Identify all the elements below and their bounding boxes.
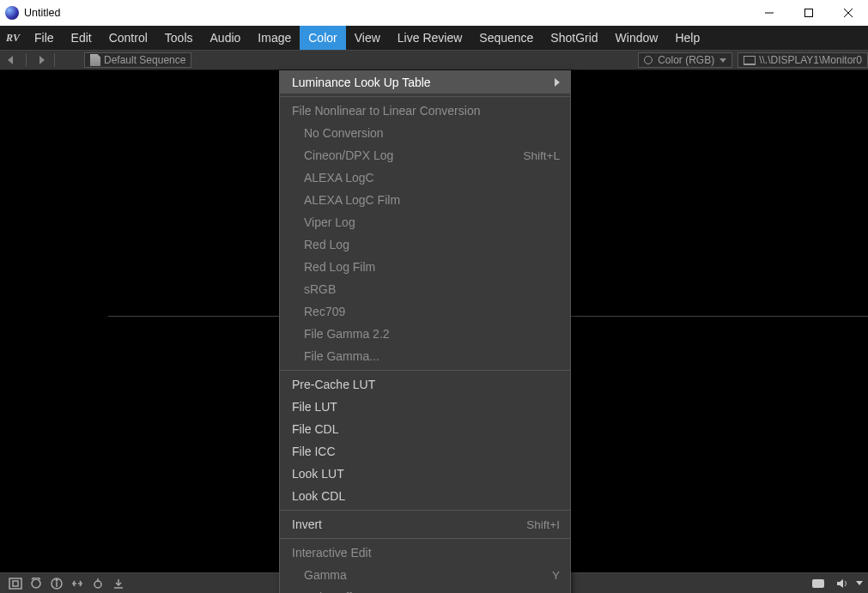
menu-image[interactable]: Image	[249, 26, 300, 50]
menu-item-look-lut[interactable]: Look LUT	[280, 463, 570, 485]
menu-item-file-gamma[interactable]: File Gamma...	[280, 345, 570, 367]
menu-separator	[280, 538, 570, 539]
menu-file[interactable]: File	[26, 26, 63, 50]
menu-color[interactable]: Color	[300, 26, 345, 50]
menu-window[interactable]: Window	[607, 26, 667, 50]
app-icon	[5, 6, 19, 20]
close-button[interactable]	[829, 0, 868, 26]
nav-back-button[interactable]	[0, 51, 24, 70]
tool-frame-button[interactable]	[5, 575, 26, 592]
menu-item-label: File Gamma...	[304, 349, 560, 363]
chevron-right-icon	[555, 78, 560, 87]
menu-item-label: Pre-Cache LUT	[292, 378, 560, 391]
menu-item-rec709[interactable]: Rec709	[280, 300, 570, 323]
tool-sync-button[interactable]	[67, 575, 88, 592]
maximize-button[interactable]	[789, 0, 829, 26]
menu-item-look-cdl[interactable]: Look CDL	[280, 485, 570, 507]
menu-item-interactive-edit: Interactive Edit	[280, 542, 570, 564]
menu-item-label: File LUT	[292, 400, 560, 414]
svg-rect-5	[13, 581, 18, 586]
menu-item-label: File Nonlinear to Linear Conversion	[292, 104, 560, 118]
menu-item-label: Cineon/DPX Log	[304, 148, 524, 162]
menu-item-label: File Gamma 2.2	[304, 327, 560, 341]
sequence-selector[interactable]: Default Sequence	[84, 52, 191, 68]
menu-live-review[interactable]: Live Review	[389, 26, 470, 50]
menu-item-luminance-look-up-table[interactable]: Luminance Look Up Table	[280, 71, 570, 94]
sequence-label: Default Sequence	[104, 54, 185, 66]
menu-item-label: ALEXA LogC	[304, 171, 560, 185]
chevron-down-icon	[856, 581, 863, 585]
color-circle-icon	[644, 56, 653, 64]
minimize-button[interactable]	[750, 0, 789, 26]
tool-info-button[interactable]	[46, 575, 67, 592]
menu-item-viper-log[interactable]: Viper Log	[280, 211, 570, 233]
menu-item-invert[interactable]: InvertShift+I	[280, 513, 570, 536]
menu-separator	[280, 510, 570, 511]
menu-shortcut: Y	[552, 569, 560, 582]
menu-item-color-offset[interactable]: Color Offset	[280, 586, 570, 593]
tool-export-button[interactable]	[108, 575, 129, 592]
svg-rect-14	[812, 579, 824, 588]
menu-item-label: Viper Log	[304, 215, 560, 229]
menu-item-label: Luminance Look Up Table	[292, 76, 555, 89]
menu-control[interactable]: Control	[100, 26, 156, 50]
svg-point-10	[94, 581, 101, 588]
menu-item-label: Interactive Edit	[292, 546, 560, 560]
menu-item-file-gamma-2-2[interactable]: File Gamma 2.2	[280, 323, 570, 345]
menu-sequence[interactable]: Sequence	[470, 26, 542, 50]
separator	[26, 53, 27, 67]
menu-item-pre-cache-lut[interactable]: Pre-Cache LUT	[280, 373, 570, 396]
monitor-icon	[744, 56, 756, 65]
menu-separator	[280, 370, 570, 371]
svg-rect-1	[805, 9, 813, 17]
tool-timeline-button[interactable]	[88, 575, 108, 592]
menu-item-label: Gamma	[304, 568, 552, 582]
menu-item-label: Invert	[292, 517, 526, 531]
menu-item-label: Rec709	[304, 305, 560, 318]
menu-item-alexa-logc-film[interactable]: ALEXA LogC Film	[280, 189, 570, 211]
menu-view[interactable]: View	[346, 26, 389, 50]
volume-button[interactable]	[832, 575, 853, 592]
menu-help[interactable]: Help	[666, 26, 708, 50]
display-selector[interactable]: \\.\DISPLAY1\Monitor0	[737, 52, 868, 68]
menu-item-cineon-dpx-log[interactable]: Cineon/DPX LogShift+L	[280, 144, 570, 166]
toolbar: Default Sequence Color (RGB) \\.\DISPLAY…	[0, 50, 868, 70]
menu-separator	[280, 96, 570, 97]
menu-item-file-nonlinear-to-linear-conversion: File Nonlinear to Linear Conversion	[280, 100, 570, 122]
menu-item-label: Look CDL	[292, 489, 560, 503]
separator	[54, 53, 55, 67]
color-menu-dropdown: Luminance Look Up TableFile Nonlinear to…	[279, 70, 571, 593]
menu-item-red-log-film[interactable]: Red Log Film	[280, 256, 570, 278]
nav-forward-button[interactable]	[28, 51, 52, 70]
menubar: RV FileEditControlToolsAudioImageColorVi…	[0, 26, 868, 50]
menu-item-file-lut[interactable]: File LUT	[280, 396, 570, 418]
menu-item-label: sRGB	[304, 282, 560, 296]
chevron-down-icon	[719, 58, 726, 63]
color-channel-dropdown[interactable]: Color (RGB)	[638, 52, 732, 68]
menu-item-label: Look LUT	[292, 467, 560, 481]
menu-shotgrid[interactable]: ShotGrid	[542, 26, 606, 50]
color-dropdown-label: Color (RGB)	[658, 54, 714, 66]
svg-rect-4	[9, 578, 21, 589]
menu-item-file-cdl[interactable]: File CDL	[280, 418, 570, 440]
svg-point-9	[56, 579, 58, 581]
menu-shortcut: Shift+I	[526, 518, 560, 531]
menu-item-srgb[interactable]: sRGB	[280, 278, 570, 300]
svg-point-6	[32, 579, 40, 588]
tool-zoom-button[interactable]	[26, 575, 46, 592]
menu-audio[interactable]: Audio	[202, 26, 250, 50]
viewport[interactable]: Luminance Look Up TableFile Nonlinear to…	[0, 70, 868, 572]
window-title: Untitled	[24, 7, 750, 19]
titlebar: Untitled	[0, 0, 868, 26]
fullscreen-button[interactable]	[808, 575, 829, 592]
menu-item-red-log[interactable]: Red Log	[280, 233, 570, 256]
menu-item-no-conversion[interactable]: No Conversion	[280, 122, 570, 144]
menu-edit[interactable]: Edit	[63, 26, 100, 50]
menu-shortcut: Shift+L	[524, 149, 560, 162]
menu-item-gamma[interactable]: GammaY	[280, 564, 570, 586]
menu-item-file-icc[interactable]: File ICC	[280, 440, 570, 463]
menu-item-label: ALEXA LogC Film	[304, 193, 560, 207]
menu-item-alexa-logc[interactable]: ALEXA LogC	[280, 166, 570, 189]
document-icon	[90, 54, 100, 66]
menu-tools[interactable]: Tools	[156, 26, 202, 50]
